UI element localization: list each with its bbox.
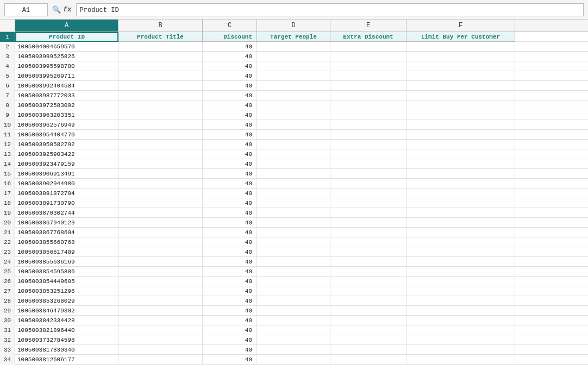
cell-b26[interactable] <box>118 277 203 286</box>
cell-e18[interactable] <box>330 198 406 208</box>
cell-e5[interactable] <box>330 71 406 81</box>
cell-f8[interactable] <box>406 101 515 110</box>
cell-e20[interactable] <box>330 218 406 228</box>
cell-d21[interactable] <box>257 228 330 237</box>
cell-d10[interactable] <box>257 120 330 130</box>
cell-a26[interactable]: 1005003854449605 <box>15 277 118 286</box>
cell-a8[interactable]: 1005003972583092 <box>15 101 118 110</box>
cell-b15[interactable] <box>118 169 203 179</box>
cell-e8[interactable] <box>330 101 406 110</box>
cell-d2[interactable] <box>257 42 330 52</box>
cell-f27[interactable] <box>406 286 515 296</box>
cell-e34[interactable] <box>330 355 406 365</box>
cell-f22[interactable] <box>406 237 515 247</box>
cell-d18[interactable] <box>257 198 330 208</box>
cell-c13[interactable]: 40 <box>203 149 257 159</box>
cell-c9[interactable]: 40 <box>203 110 257 120</box>
cell-d29[interactable] <box>257 306 330 316</box>
cell-d16[interactable] <box>257 179 330 189</box>
col-header-a[interactable]: A <box>15 20 118 32</box>
cell-f29[interactable] <box>406 306 515 316</box>
cell-e2[interactable] <box>330 42 406 52</box>
cell-a21[interactable]: 1005003867768604 <box>15 228 118 237</box>
cell-b13[interactable] <box>118 149 203 159</box>
cell-d5[interactable] <box>257 71 330 81</box>
cell-b9[interactable] <box>118 110 203 120</box>
cell-a31[interactable]: 1005003821896440 <box>15 325 118 335</box>
cell-c19[interactable]: 40 <box>203 208 257 218</box>
cell-a1[interactable]: Product ID <box>15 32 118 42</box>
cell-b34[interactable] <box>118 355 203 365</box>
cell-b18[interactable] <box>118 198 203 208</box>
cell-b2[interactable] <box>118 42 203 52</box>
cell-a20[interactable]: 1005003867940123 <box>15 218 118 228</box>
cell-e7[interactable] <box>330 91 406 101</box>
cell-a19[interactable]: 1005003870302744 <box>15 208 118 218</box>
cell-d20[interactable] <box>257 218 330 228</box>
cell-e16[interactable] <box>330 179 406 189</box>
cell-c34[interactable]: 40 <box>203 355 257 365</box>
cell-a11[interactable]: 1005003954404770 <box>15 130 118 140</box>
cell-e3[interactable] <box>330 52 406 61</box>
cell-b32[interactable] <box>118 335 203 345</box>
cell-e14[interactable] <box>330 159 406 169</box>
cell-c29[interactable]: 40 <box>203 306 257 316</box>
cell-e13[interactable] <box>330 149 406 159</box>
cell-a12[interactable]: 1005003950582792 <box>15 140 118 149</box>
cell-e30[interactable] <box>330 316 406 325</box>
cell-b5[interactable] <box>118 71 203 81</box>
cell-d7[interactable] <box>257 91 330 101</box>
cell-b29[interactable] <box>118 306 203 316</box>
cell-a28[interactable]: 1005003853268029 <box>15 296 118 306</box>
cell-c21[interactable]: 40 <box>203 228 257 237</box>
cell-a2[interactable]: 1005004004659570 <box>15 42 118 52</box>
cell-a29[interactable]: 1005003846479302 <box>15 306 118 316</box>
cell-b23[interactable] <box>118 247 203 257</box>
cell-d11[interactable] <box>257 130 330 140</box>
col-header-d[interactable]: D <box>257 20 330 32</box>
cell-f17[interactable] <box>406 189 515 198</box>
cell-c14[interactable]: 40 <box>203 159 257 169</box>
cell-d3[interactable] <box>257 52 330 61</box>
cell-b8[interactable] <box>118 101 203 110</box>
cell-c25[interactable]: 40 <box>203 267 257 277</box>
cell-d13[interactable] <box>257 149 330 159</box>
cell-b20[interactable] <box>118 218 203 228</box>
cell-a7[interactable]: 1005003987772033 <box>15 91 118 101</box>
cell-c11[interactable]: 40 <box>203 130 257 140</box>
cell-f33[interactable] <box>406 345 515 355</box>
cell-c3[interactable]: 40 <box>203 52 257 61</box>
cell-a3[interactable]: 1005003999525826 <box>15 52 118 61</box>
cell-d12[interactable] <box>257 140 330 149</box>
cell-f19[interactable] <box>406 208 515 218</box>
cell-c2[interactable]: 40 <box>203 42 257 52</box>
cell-b19[interactable] <box>118 208 203 218</box>
cell-f24[interactable] <box>406 257 515 267</box>
cell-d9[interactable] <box>257 110 330 120</box>
cell-d27[interactable] <box>257 286 330 296</box>
cell-e19[interactable] <box>330 208 406 218</box>
cell-b11[interactable] <box>118 130 203 140</box>
cell-f1[interactable]: Limit Buy Per Customer <box>406 32 515 42</box>
cell-e1[interactable]: Extra Discount <box>330 32 406 42</box>
cell-b1[interactable]: Product Title <box>118 32 203 42</box>
cell-d6[interactable] <box>257 81 330 91</box>
cell-b30[interactable] <box>118 316 203 325</box>
formula-input[interactable]: Product ID <box>76 3 584 16</box>
cell-reference-box[interactable]: A1 <box>4 3 48 16</box>
cell-b25[interactable] <box>118 267 203 277</box>
cell-e26[interactable] <box>330 277 406 286</box>
cell-d30[interactable] <box>257 316 330 325</box>
cell-c16[interactable]: 40 <box>203 179 257 189</box>
cell-d33[interactable] <box>257 345 330 355</box>
cell-e31[interactable] <box>330 325 406 335</box>
cell-f13[interactable] <box>406 149 515 159</box>
cell-c26[interactable]: 40 <box>203 277 257 286</box>
cell-a33[interactable]: 1005003817830340 <box>15 345 118 355</box>
cell-f9[interactable] <box>406 110 515 120</box>
cell-a24[interactable]: 1005003855636169 <box>15 257 118 267</box>
cell-b4[interactable] <box>118 61 203 71</box>
cell-d14[interactable] <box>257 159 330 169</box>
cell-c22[interactable]: 40 <box>203 237 257 247</box>
cell-f26[interactable] <box>406 277 515 286</box>
